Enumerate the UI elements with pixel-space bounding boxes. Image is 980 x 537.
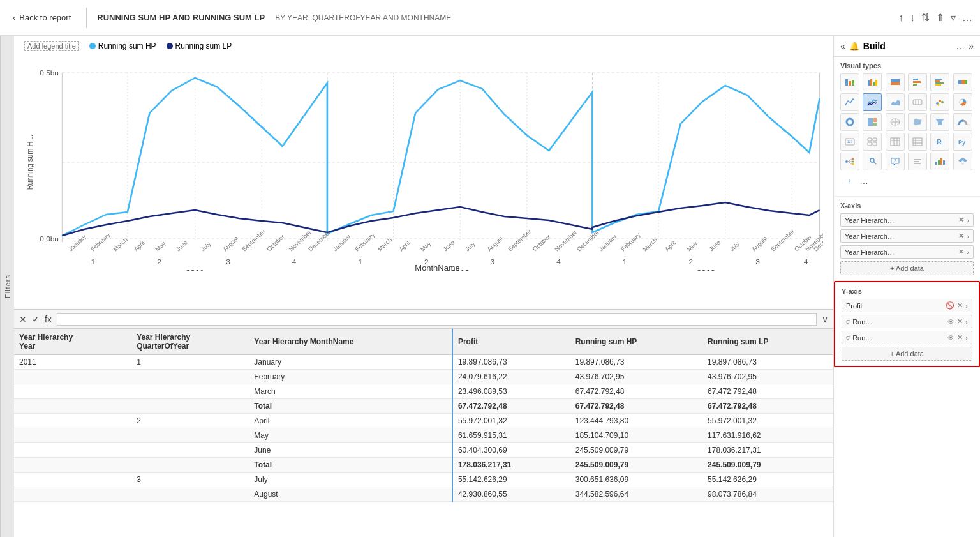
vt-clustered-bar[interactable]: [863, 73, 882, 91]
svg-rect-81: [913, 84, 917, 86]
svg-marker-105: [935, 119, 944, 125]
vt-line[interactable]: [863, 93, 882, 111]
th-quarter: Year HierarchyQuarterOfYear: [131, 329, 249, 355]
y-axis-item-0-eye-crossed[interactable]: 🚫: [946, 301, 954, 310]
svg-text:October: October: [265, 234, 286, 252]
vt-r-visual[interactable]: R: [930, 133, 949, 151]
vt-100-bar[interactable]: [886, 73, 905, 91]
svg-text:May: May: [419, 240, 433, 252]
svg-point-125: [852, 163, 854, 165]
vt-area[interactable]: [840, 93, 859, 111]
svg-text:January: January: [68, 234, 88, 253]
y-axis-item-0: Profit 🚫 ✕ ›: [842, 299, 972, 312]
legend-item-hp: Running sum HP: [89, 42, 156, 50]
formula-input[interactable]: [57, 313, 817, 326]
x-axis-item-1-arrow[interactable]: ›: [967, 232, 969, 240]
legend-title[interactable]: Add legend title: [24, 41, 79, 51]
vt-matrix[interactable]: [908, 133, 927, 151]
vt-qna[interactable]: ?: [886, 153, 905, 170]
vt-more-row: → …: [840, 170, 974, 191]
vt-python[interactable]: Py: [953, 133, 972, 151]
vt-donut[interactable]: [840, 113, 859, 131]
vt-treemap[interactable]: [863, 113, 882, 131]
svg-text:October: October: [531, 234, 552, 252]
formula-dropdown-icon[interactable]: ∨: [822, 314, 828, 324]
x-axis-item-2-close[interactable]: ✕: [958, 248, 964, 256]
svg-text:March: March: [112, 237, 129, 252]
table-wrapper[interactable]: Year HierarchyYear Year HierarchyQuarter…: [14, 329, 833, 537]
vt-multi-card[interactable]: [863, 133, 882, 151]
y-axis-item-1-arrow[interactable]: ›: [965, 318, 968, 326]
x-axis-item-2-arrow[interactable]: ›: [967, 248, 969, 256]
svg-text:R: R: [937, 138, 942, 146]
vt-smart-narrative[interactable]: [908, 153, 927, 170]
vt-waterfall[interactable]: [930, 153, 949, 170]
vt-horiz-100[interactable]: [953, 73, 972, 91]
collapse-panel-icon[interactable]: «: [840, 41, 845, 51]
x-axis-label: X-axis: [840, 202, 974, 209]
vt-pie[interactable]: [953, 93, 972, 111]
more-options-icon[interactable]: …: [962, 12, 972, 24]
svg-text:April: April: [133, 240, 146, 253]
sort-both-icon[interactable]: ⇅: [921, 11, 930, 24]
sort-desc-icon[interactable]: ↓: [910, 12, 915, 24]
vt-scatter[interactable]: [930, 93, 949, 111]
svg-text:June: June: [175, 239, 189, 253]
vt-ellipsis-icon[interactable]: …: [859, 176, 868, 186]
vt-arrow-icon[interactable]: →: [840, 173, 856, 188]
svg-rect-110: [868, 142, 872, 146]
y-axis-item-1-eye[interactable]: 👁: [947, 318, 954, 326]
svg-text:September: September: [241, 228, 267, 252]
svg-text:4: 4: [804, 258, 808, 266]
vt-decomp-tree[interactable]: [840, 153, 859, 170]
vt-power-automate[interactable]: [953, 153, 972, 170]
sort-asc-icon[interactable]: ↑: [898, 12, 903, 24]
vt-key-influencers[interactable]: [863, 153, 882, 170]
x-axis-item-2: Year Hierarch… ✕ ›: [840, 245, 974, 259]
svg-text:August: August: [221, 235, 240, 252]
vt-ribbon[interactable]: [908, 93, 927, 111]
expand-icon[interactable]: ⇑: [936, 11, 944, 24]
vt-map[interactable]: [886, 113, 905, 131]
build-more-icon[interactable]: …: [956, 41, 965, 51]
svg-text:June: June: [442, 239, 456, 253]
y-axis-item-0-arrow[interactable]: ›: [965, 302, 968, 310]
x-axis-add-data[interactable]: + Add data: [840, 261, 974, 275]
vt-area-filled[interactable]: [886, 93, 905, 111]
vt-stacked-bar[interactable]: [840, 73, 859, 91]
x-axis-item-0-close[interactable]: ✕: [958, 216, 964, 224]
formula-close-btn[interactable]: ✕: [19, 314, 27, 324]
formula-fx-btn[interactable]: fx: [45, 314, 52, 324]
chart-subtitle: BY YEAR, QUARTEROFYEAR AND MONTHNAME: [275, 13, 451, 22]
svg-rect-73: [868, 80, 870, 86]
vt-horiz-bar[interactable]: [908, 73, 927, 91]
vt-card[interactable]: 123: [840, 133, 859, 151]
y-axis-item-2-close[interactable]: ✕: [957, 333, 963, 342]
table-row: Total178.036.217,31245.509.009,79245.509…: [14, 458, 833, 473]
vt-gauge[interactable]: [953, 113, 972, 131]
y-axis-item-1-close[interactable]: ✕: [957, 317, 963, 326]
y-axis-add-data[interactable]: + Add data: [842, 347, 972, 361]
vt-horiz-clustered[interactable]: [930, 73, 949, 91]
svg-rect-74: [870, 79, 872, 86]
back-button[interactable]: ‹ Back to report: [8, 10, 76, 25]
visual-types-grid: 123 R Py ?: [840, 73, 974, 170]
filter-icon[interactable]: ▿: [951, 11, 956, 24]
formula-check-btn[interactable]: ✓: [32, 314, 40, 324]
svg-rect-77: [891, 79, 900, 82]
vt-filled-map[interactable]: [908, 113, 927, 131]
x-axis-item-0-arrow[interactable]: ›: [967, 216, 969, 224]
y-axis-item-1-label: Run…: [852, 318, 945, 326]
build-expand-icon[interactable]: »: [969, 41, 974, 51]
notification-icon[interactable]: 🔔: [849, 42, 859, 51]
table-row: 3July55.142.626,29300.651.636,0955.142.6…: [14, 473, 833, 487]
vt-funnel[interactable]: [930, 113, 949, 131]
y-axis-item-2-eye[interactable]: 👁: [947, 334, 954, 342]
x-axis-item-1-close[interactable]: ✕: [958, 232, 964, 240]
y-axis-item-0-close[interactable]: ✕: [957, 301, 963, 310]
filters-strip[interactable]: Filters: [0, 36, 14, 537]
table-row: August42.930.860,55344.582.596,6498.073.…: [14, 487, 833, 502]
y-axis-item-2-arrow[interactable]: ›: [965, 334, 968, 342]
visual-types-label: Visual types: [840, 62, 974, 70]
vt-table[interactable]: [886, 133, 905, 151]
